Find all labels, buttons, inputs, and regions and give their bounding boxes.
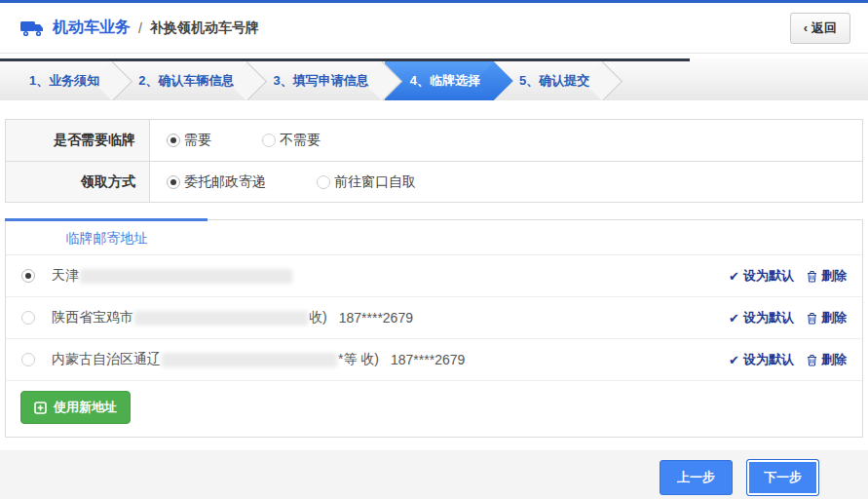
step-label: 4、临牌选择: [410, 73, 480, 88]
set-default-label: 设为默认: [743, 351, 794, 368]
address-row[interactable]: 陕西省宝鸡市 收) 187****2679 ✔ 设为默认 删除: [6, 297, 862, 339]
back-button-label: 返回: [811, 19, 837, 37]
form-label: 领取方式: [6, 162, 150, 202]
radio-option-label: 需要: [184, 132, 211, 149]
address-panel: 临牌邮寄地址 天津 ✔ 设为默认 删除 陕西省宝鸡市 收) 187****267…: [5, 219, 863, 438]
radio-option-mail-delivery[interactable]: 委托邮政寄递: [167, 173, 266, 191]
delete-label: 删除: [821, 351, 847, 368]
address-row[interactable]: 内蒙古自治区通辽 *等 收) 187****2679 ✔ 设为默认 删除: [6, 339, 862, 381]
set-default-link[interactable]: ✔ 设为默认: [729, 351, 794, 368]
address-suffix: *等 收): [338, 351, 379, 368]
radio-checked-icon[interactable]: [167, 175, 180, 189]
step-label: 5、确认提交: [519, 73, 589, 88]
use-new-address-label: 使用新地址: [54, 399, 117, 416]
plus-icon: [34, 402, 47, 414]
radio-unchecked-icon[interactable]: [21, 311, 35, 325]
truck-icon: [19, 19, 45, 38]
delete-link[interactable]: 删除: [807, 267, 847, 285]
radio-option-need-yes[interactable]: 需要: [167, 132, 211, 149]
form-row-need-plate: 是否需要临牌 需要 不需要: [6, 120, 862, 161]
back-button[interactable]: ‹ 返回: [790, 13, 850, 44]
radio-option-label: 不需要: [280, 132, 321, 149]
redacted-address: [80, 269, 292, 284]
use-new-address-button[interactable]: 使用新地址: [20, 391, 131, 424]
delete-label: 删除: [821, 267, 847, 285]
radio-unchecked-icon[interactable]: [21, 353, 35, 366]
radio-option-window-pickup[interactable]: 前往窗口自取: [317, 173, 416, 191]
tab-row: 临牌邮寄地址: [6, 220, 862, 255]
step-label: 2、确认车辆信息: [138, 73, 234, 88]
address-phone: 187****2679: [391, 352, 465, 367]
form-row-pickup-method: 领取方式 委托邮政寄递 前往窗口自取: [6, 161, 862, 202]
active-tab-topline: [5, 218, 208, 221]
set-default-link[interactable]: ✔ 设为默认: [729, 309, 794, 326]
step-label: 3、填写申请信息: [273, 73, 368, 88]
header: 机动车业务 / 补换领机动车号牌 ‹ 返回: [0, 0, 868, 54]
check-icon: ✔: [729, 269, 739, 284]
back-chevron-icon: ‹: [804, 20, 808, 35]
radio-unchecked-icon[interactable]: [317, 175, 330, 189]
radio-checked-icon[interactable]: [167, 134, 180, 147]
set-default-label: 设为默认: [743, 309, 794, 326]
step-2-confirm-vehicle[interactable]: 2、确认车辆信息: [113, 61, 247, 100]
footer-bar: 上一步 下一步: [0, 450, 868, 499]
app-title[interactable]: 机动车业务: [53, 18, 131, 38]
trash-icon: [807, 270, 817, 283]
step-3-fill-application[interactable]: 3、填写申请信息: [247, 61, 382, 100]
radio-checked-icon[interactable]: [21, 269, 35, 283]
breadcrumb-separator: /: [138, 20, 142, 36]
temp-plate-form: 是否需要临牌 需要 不需要 领取方式 委托邮政寄递 前往窗口自取: [5, 119, 863, 203]
address-suffix: 收): [309, 309, 327, 326]
redacted-address: [134, 311, 308, 326]
address-phone: 187****2679: [339, 310, 413, 326]
delete-link[interactable]: 删除: [807, 309, 847, 326]
radio-unchecked-icon[interactable]: [262, 134, 276, 147]
redacted-address: [162, 353, 337, 367]
check-icon: ✔: [729, 353, 739, 367]
step-label: 1、业务须知: [29, 73, 99, 88]
check-icon: ✔: [729, 311, 739, 326]
page-title: 补换领机动车号牌: [150, 19, 259, 37]
next-step-button[interactable]: 下一步: [746, 459, 819, 496]
trash-icon: [807, 312, 817, 325]
address-row[interactable]: 天津 ✔ 设为默认 删除: [6, 255, 862, 297]
radio-option-label: 前往窗口自取: [334, 173, 416, 191]
delete-link[interactable]: 删除: [807, 351, 847, 368]
address-text: 内蒙古自治区通辽: [52, 351, 161, 368]
set-default-link[interactable]: ✔ 设为默认: [729, 267, 794, 285]
new-address-row: 使用新地址: [6, 381, 862, 437]
stepbar-topline: [0, 58, 690, 61]
step-1-business-notice[interactable]: 1、业务须知: [0, 61, 113, 100]
tab-mailing-address[interactable]: 临牌邮寄地址: [6, 220, 208, 254]
set-default-label: 设为默认: [743, 267, 794, 285]
trash-icon: [807, 354, 817, 366]
previous-step-button[interactable]: 上一步: [660, 460, 733, 495]
form-label: 是否需要临牌: [6, 120, 150, 161]
address-text: 陕西省宝鸡市: [52, 309, 133, 326]
radio-option-label: 委托邮政寄递: [184, 173, 266, 191]
delete-label: 删除: [821, 309, 847, 326]
radio-option-need-no[interactable]: 不需要: [262, 132, 321, 149]
stepbar-filler: [603, 58, 868, 100]
step-navigation: 1、业务须知 2、确认车辆信息 3、填写申请信息 4、临牌选择 5、确认提交: [0, 58, 868, 100]
breadcrumb: 机动车业务 / 补换领机动车号牌: [19, 18, 259, 38]
address-text: 天津: [52, 267, 79, 285]
